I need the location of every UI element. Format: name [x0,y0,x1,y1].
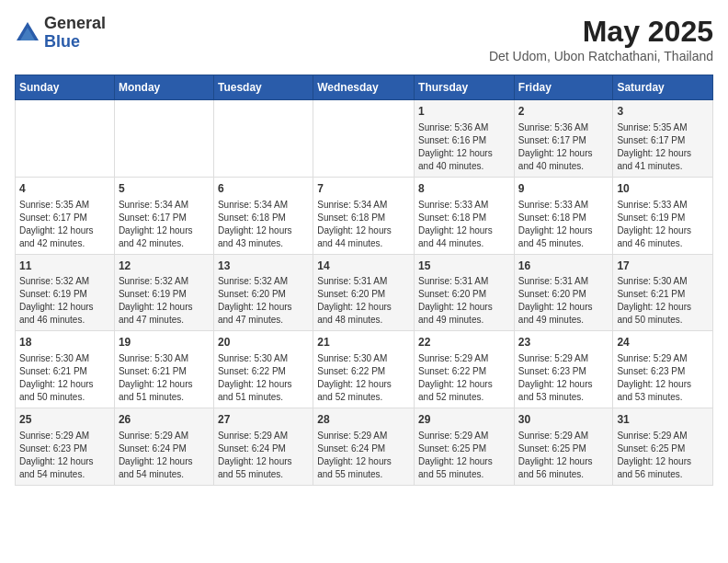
day-info-line: Sunset: 6:17 PM [19,212,110,224]
day-info-line: Sunrise: 5:30 AM [317,352,410,365]
day-info-line: Daylight: 12 hours [518,224,609,237]
day-info-line: Sunset: 6:18 PM [518,212,609,224]
day-info-line: Daylight: 12 hours [617,301,709,314]
day-info-line: and 42 minutes. [19,237,110,250]
day-number: 29 [418,412,510,428]
day-info-line: Sunset: 6:19 PM [19,288,110,301]
calendar-cell: 6Sunrise: 5:34 AMSunset: 6:18 PMDaylight… [213,177,313,254]
day-info-line: Sunset: 6:23 PM [19,442,110,455]
calendar-cell: 7Sunrise: 5:34 AMSunset: 6:18 PMDaylight… [313,177,415,254]
calendar-cell: 8Sunrise: 5:33 AMSunset: 6:18 PMDaylight… [415,177,515,254]
day-info-line: Daylight: 12 hours [19,378,110,391]
day-info-line: Daylight: 12 hours [617,147,709,160]
logo-icon [15,20,40,46]
weekday-wednesday: Wednesday [313,75,415,100]
day-info-line: Sunrise: 5:30 AM [119,352,210,365]
day-info-line: Daylight: 12 hours [418,378,510,391]
calendar-cell: 14Sunrise: 5:31 AMSunset: 6:20 PMDayligh… [313,254,415,331]
day-info-line: Sunset: 6:21 PM [119,365,210,378]
weekday-tuesday: Tuesday [213,75,313,100]
day-info-line: Sunset: 6:24 PM [119,442,210,455]
calendar-cell: 2Sunrise: 5:36 AMSunset: 6:17 PMDaylight… [514,100,613,178]
day-info-line: Sunrise: 5:33 AM [518,199,609,212]
day-info-line: Daylight: 12 hours [317,224,410,237]
day-info-line: Sunset: 6:17 PM [119,212,210,224]
day-info-line: Sunrise: 5:30 AM [617,275,709,288]
page-header: General Blue May 2025 Det Udom, Ubon Rat… [15,15,713,63]
calendar-cell [114,100,213,178]
calendar-cell [16,100,115,178]
calendar-cell: 29Sunrise: 5:29 AMSunset: 6:25 PMDayligh… [415,408,515,486]
day-number: 9 [518,181,609,197]
day-info-line: and 52 minutes. [418,391,510,404]
day-info-line: Sunrise: 5:30 AM [19,352,110,365]
day-info-line: and 50 minutes. [19,391,110,404]
day-info-line: and 42 minutes. [119,237,210,250]
calendar-cell [213,100,313,178]
day-number: 7 [317,181,410,197]
day-info-line: and 48 minutes. [317,314,410,327]
day-info-line: and 54 minutes. [19,468,110,481]
calendar-cell: 25Sunrise: 5:29 AMSunset: 6:23 PMDayligh… [16,408,115,486]
day-number: 28 [317,412,410,428]
day-info-line: Sunset: 6:21 PM [617,288,709,301]
day-number: 30 [518,412,609,428]
day-info-line: Sunset: 6:18 PM [317,212,410,224]
day-info-line: Daylight: 12 hours [317,301,410,314]
calendar-cell: 24Sunrise: 5:29 AMSunset: 6:23 PMDayligh… [613,331,713,408]
location-subtitle: Det Udom, Ubon Ratchathani, Thailand [489,49,713,63]
day-info-line: Sunrise: 5:30 AM [218,352,309,365]
calendar-cell: 9Sunrise: 5:33 AMSunset: 6:18 PMDaylight… [514,177,613,254]
day-info-line: Daylight: 12 hours [617,378,709,391]
day-number: 23 [518,335,609,350]
day-info-line: and 43 minutes. [218,237,309,250]
day-info-line: Daylight: 12 hours [418,455,510,468]
day-info-line: and 55 minutes. [317,468,410,481]
day-info-line: Sunrise: 5:29 AM [19,430,110,442]
day-info-line: Daylight: 12 hours [418,147,510,160]
calendar-cell: 10Sunrise: 5:33 AMSunset: 6:19 PMDayligh… [613,177,713,254]
day-info-line: Sunrise: 5:29 AM [617,352,709,365]
day-info-line: Daylight: 12 hours [119,455,210,468]
day-info-line: Sunset: 6:24 PM [218,442,309,455]
day-info-line: Sunrise: 5:29 AM [418,352,510,365]
weekday-thursday: Thursday [415,75,515,100]
day-info-line: and 40 minutes. [518,160,609,173]
day-info-line: Sunrise: 5:31 AM [418,275,510,288]
day-info-line: and 51 minutes. [218,391,309,404]
day-info-line: and 40 minutes. [418,160,510,173]
calendar-week-4: 18Sunrise: 5:30 AMSunset: 6:21 PMDayligh… [16,331,713,408]
calendar-cell: 15Sunrise: 5:31 AMSunset: 6:20 PMDayligh… [415,254,515,331]
day-info-line: Daylight: 12 hours [617,224,709,237]
calendar-header: SundayMondayTuesdayWednesdayThursdayFrid… [16,75,713,100]
month-title: May 2025 [489,15,713,49]
day-info-line: and 47 minutes. [218,314,309,327]
calendar-cell: 22Sunrise: 5:29 AMSunset: 6:22 PMDayligh… [415,331,515,408]
day-info-line: Sunset: 6:18 PM [218,212,309,224]
calendar-cell: 23Sunrise: 5:29 AMSunset: 6:23 PMDayligh… [514,331,613,408]
day-number: 21 [317,335,410,350]
day-number: 4 [19,181,110,197]
day-info-line: Sunset: 6:20 PM [418,288,510,301]
day-info-line: Daylight: 12 hours [617,455,709,468]
calendar-cell: 17Sunrise: 5:30 AMSunset: 6:21 PMDayligh… [613,254,713,331]
day-info-line: Sunrise: 5:34 AM [317,199,410,212]
calendar-cell: 1Sunrise: 5:36 AMSunset: 6:16 PMDaylight… [415,100,515,178]
day-number: 18 [19,335,110,350]
day-number: 26 [119,412,210,428]
day-info-line: Sunrise: 5:33 AM [418,199,510,212]
day-info-line: Sunset: 6:25 PM [617,442,709,455]
day-number: 11 [19,259,110,274]
weekday-header-row: SundayMondayTuesdayWednesdayThursdayFrid… [16,75,713,100]
title-area: May 2025 Det Udom, Ubon Ratchathani, Tha… [489,15,713,63]
day-info-line: Sunset: 6:21 PM [19,365,110,378]
day-info-line: Sunset: 6:23 PM [518,365,609,378]
day-info-line: Sunset: 6:17 PM [518,134,609,147]
day-info-line: Sunrise: 5:29 AM [617,430,709,442]
day-info-line: Sunset: 6:24 PM [317,442,410,455]
day-info-line: Sunrise: 5:29 AM [418,430,510,442]
day-info-line: Sunrise: 5:29 AM [317,430,410,442]
day-number: 3 [617,104,709,120]
day-info-line: and 53 minutes. [617,391,709,404]
calendar-cell: 31Sunrise: 5:29 AMSunset: 6:25 PMDayligh… [613,408,713,486]
